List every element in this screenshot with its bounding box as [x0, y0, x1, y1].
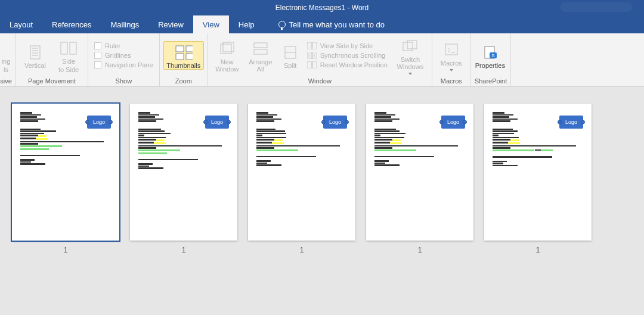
document-title: Electronic Messages1 - Word: [275, 4, 369, 12]
reset-position-icon: [307, 61, 317, 69]
thumbnails-button[interactable]: Thumbnails: [163, 41, 204, 70]
svg-rect-23: [403, 42, 413, 51]
tab-view[interactable]: View: [193, 15, 229, 33]
vertical-button[interactable]: Vertical: [20, 42, 51, 69]
side-to-side-button[interactable]: Side to Side: [53, 38, 84, 73]
checkbox-icon: [94, 61, 101, 68]
tab-references[interactable]: References: [42, 15, 101, 33]
svg-rect-17: [307, 42, 311, 49]
group-label-immersive: sive: [0, 76, 12, 86]
navigation-pane-checkbox[interactable]: Navigation Pane: [94, 61, 153, 68]
new-window-button[interactable]: New Window: [212, 38, 243, 73]
chevron-down-icon: [450, 69, 453, 71]
checkbox-icon: [94, 42, 101, 49]
svg-rect-12: [223, 42, 234, 52]
thumbnail-4[interactable]: Logo 1: [366, 104, 473, 254]
properties-button[interactable]: S Properties: [475, 42, 506, 69]
tab-layout[interactable]: Layout: [0, 15, 42, 33]
thumbnails-icon: [175, 44, 193, 61]
group-label-sharepoint: SharePoint: [475, 76, 507, 86]
page-preview: Logo: [366, 104, 473, 241]
group-window: New Window Arrange All Split View Side b…: [208, 33, 432, 86]
group-label-zoom: Zoom: [163, 76, 204, 86]
new-window-icon: [218, 40, 236, 57]
synchronous-scrolling-button[interactable]: Synchronous Scrolling: [307, 51, 388, 60]
tab-review[interactable]: Review: [148, 15, 193, 33]
group-show: Ruler Gridlines Navigation Pane Show: [88, 33, 160, 86]
arrange-all-icon: [252, 40, 270, 57]
svg-rect-13: [254, 43, 267, 48]
view-side-by-side-button[interactable]: View Side by Side: [307, 42, 388, 50]
thumbnail-5[interactable]: Logo 1: [484, 104, 592, 254]
ruler-checkbox[interactable]: Ruler: [94, 42, 153, 49]
tab-mailings[interactable]: Mailings: [101, 15, 149, 33]
thumbnails-canvas[interactable]: Logo 1 Logo: [0, 87, 644, 266]
svg-rect-11: [221, 44, 231, 54]
svg-rect-8: [186, 46, 193, 52]
split-button[interactable]: Split: [278, 42, 302, 69]
svg-rect-24: [407, 40, 417, 49]
thumbnail-label: 1: [299, 245, 304, 254]
thumbnail-label: 1: [63, 245, 67, 254]
vertical-icon: [26, 44, 44, 61]
svg-rect-5: [61, 42, 67, 54]
logo-badge: Logo: [559, 116, 583, 129]
group-label-window: Window: [212, 76, 428, 86]
svg-rect-18: [312, 42, 317, 49]
group-label-page-movement: Page Movement: [20, 76, 84, 86]
logo-badge: Logo: [87, 116, 111, 129]
switch-windows-button[interactable]: Switch Windows: [392, 36, 428, 75]
svg-rect-14: [254, 49, 267, 54]
checkbox-icon: [94, 52, 101, 59]
svg-rect-6: [70, 42, 76, 54]
group-sharepoint: S Properties SharePoint: [471, 33, 511, 86]
properties-icon: S: [481, 44, 499, 61]
thumbnail-label: 1: [417, 245, 422, 254]
thumbnail-label: 1: [535, 245, 540, 254]
sync-scroll-icon: [307, 51, 317, 60]
ribbon-tabs: Layout References Mailings Review View H…: [0, 15, 644, 33]
macros-button[interactable]: Macros: [436, 39, 467, 71]
macros-icon: [442, 42, 460, 58]
tell-me-label: Tell me what you want to do: [289, 20, 385, 29]
title-bar: Electronic Messages1 - Word: [0, 0, 644, 15]
svg-rect-10: [186, 54, 193, 60]
logo-badge: Logo: [441, 116, 465, 129]
tell-me-search[interactable]: Tell me what you want to do: [269, 15, 394, 33]
svg-rect-25: [445, 44, 457, 55]
reset-window-position-button[interactable]: Reset Window Position: [307, 61, 388, 69]
arrange-all-button[interactable]: Arrange All: [245, 38, 276, 73]
group-zoom: Thumbnails Zoom: [160, 33, 208, 86]
tab-help[interactable]: Help: [229, 15, 264, 33]
thumbnail-label: 1: [181, 245, 185, 254]
svg-rect-22: [312, 61, 317, 68]
thumbnail-1[interactable]: Logo 1: [12, 104, 119, 254]
svg-rect-0: [30, 46, 40, 59]
split-icon: [281, 44, 299, 61]
thumbnail-2[interactable]: Logo 1: [130, 104, 237, 254]
logo-badge: Logo: [205, 116, 229, 129]
page-preview: Logo: [248, 104, 355, 241]
svg-rect-9: [176, 54, 184, 60]
group-label-show: Show: [92, 76, 156, 86]
svg-text:S: S: [491, 53, 494, 58]
page-preview: Logo: [130, 104, 237, 241]
immersive-icon: [0, 40, 15, 57]
group-label-macros: Macros: [436, 76, 467, 86]
chevron-down-icon: [408, 73, 412, 75]
ribbon: ing ls sive Vertical Side to Side Page M…: [0, 33, 644, 87]
group-page-movement: Vertical Side to Side Page Movement: [16, 33, 88, 86]
lightbulb-icon: [278, 21, 286, 28]
svg-rect-7: [176, 46, 184, 52]
page-preview: Logo: [12, 104, 119, 241]
group-macros: Macros Macros: [432, 33, 471, 86]
immersive-button-partial[interactable]: ing ls: [0, 38, 12, 73]
titlebar-decoration: [561, 2, 632, 12]
gridlines-checkbox[interactable]: Gridlines: [94, 52, 153, 59]
page-preview: Logo: [484, 104, 592, 241]
thumbnail-3[interactable]: Logo 1: [248, 104, 355, 254]
svg-rect-21: [307, 61, 311, 68]
side-by-side-icon: [307, 42, 317, 50]
switch-windows-icon: [401, 38, 419, 55]
logo-badge: Logo: [323, 116, 347, 129]
